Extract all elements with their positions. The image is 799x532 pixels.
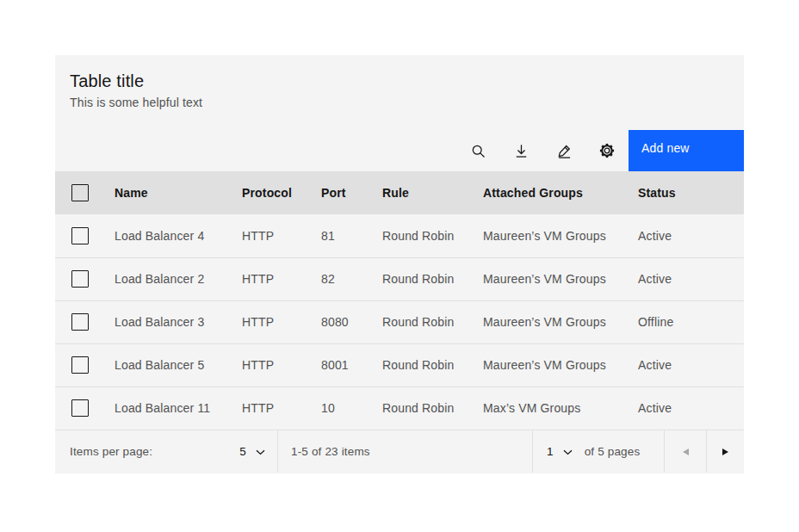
cell-protocol: HTTP [242, 387, 321, 430]
cell-status: Offline [638, 300, 744, 343]
cell-name: Load Balancer 5 [115, 343, 242, 387]
cell-rule: Round Robin [382, 343, 483, 387]
table-row: Load Balancer 3 HTTP 8080 Round Robin Ma… [55, 300, 744, 343]
data-table: Name Protocol Port Rule Attached Groups … [55, 171, 744, 430]
column-header-port[interactable]: Port [321, 171, 382, 214]
cell-status: Active [638, 214, 744, 257]
cell-port: 81 [321, 214, 382, 257]
table-title: Table title [70, 70, 744, 92]
cell-status: Active [638, 387, 744, 430]
cell-name: Load Balancer 4 [115, 214, 242, 257]
column-header-rule[interactable]: Rule [382, 171, 483, 214]
row-checkbox[interactable] [71, 270, 89, 288]
total-pages-label: of 5 pages [585, 445, 641, 458]
page-number-value: 1 [547, 445, 554, 458]
search-icon [471, 144, 486, 158]
chevron-down-icon [256, 445, 265, 458]
cell-name: Load Balancer 11 [115, 387, 242, 430]
cell-attached-groups: Maureen’s VM Groups [483, 257, 638, 300]
pagination-bar: Items per page: 5 1-5 of 23 items 1 [55, 430, 744, 473]
table-toolbar: Add new [55, 130, 744, 171]
table-row: Load Balancer 4 HTTP 81 Round Robin Maur… [55, 214, 744, 257]
cell-port: 8080 [321, 300, 382, 343]
items-per-page-value: 5 [239, 445, 246, 458]
cell-status: Active [638, 343, 744, 387]
caret-left-icon [683, 448, 689, 455]
row-checkbox[interactable] [71, 227, 89, 244]
next-page-button[interactable] [707, 430, 744, 473]
cell-rule: Round Robin [382, 214, 483, 257]
download-button[interactable] [499, 130, 542, 171]
cell-port: 82 [321, 257, 382, 300]
table-row: Load Balancer 5 HTTP 8001 Round Robin Ma… [55, 343, 744, 387]
previous-page-button[interactable] [665, 430, 706, 473]
cell-attached-groups: Max’s VM Groups [483, 387, 638, 430]
edit-button[interactable] [542, 130, 585, 171]
gear-icon [599, 143, 615, 158]
cell-rule: Round Robin [382, 387, 483, 430]
add-new-button[interactable]: Add new [629, 130, 744, 171]
settings-button[interactable] [585, 130, 629, 171]
cell-port: 8001 [321, 343, 382, 387]
cell-protocol: HTTP [242, 214, 321, 257]
select-all-checkbox[interactable] [71, 184, 89, 201]
item-range-text: 1-5 of 23 items [278, 430, 532, 473]
table-row: Load Balancer 11 HTTP 10 Round Robin Max… [55, 387, 744, 430]
cell-protocol: HTTP [242, 343, 321, 387]
column-header-attached-groups[interactable]: Attached Groups [483, 171, 638, 214]
cell-rule: Round Robin [382, 257, 483, 300]
cell-name: Load Balancer 3 [115, 300, 242, 343]
page-number-select[interactable]: 1 [542, 430, 578, 473]
items-per-page-section: Items per page: 5 [55, 430, 277, 473]
table-row: Load Balancer 2 HTTP 82 Round Robin Maur… [55, 257, 744, 300]
cell-name: Load Balancer 2 [115, 257, 242, 300]
items-per-page-select[interactable]: 5 [234, 430, 270, 473]
caret-right-icon [722, 448, 728, 455]
row-checkbox[interactable] [71, 399, 89, 417]
cell-status: Active [638, 257, 744, 300]
cell-attached-groups: Maureen’s VM Groups [483, 300, 638, 343]
cell-attached-groups: Maureen’s VM Groups [483, 343, 638, 387]
data-table-card: Table title This is some helpful text [55, 55, 744, 473]
cell-attached-groups: Maureen’s VM Groups [483, 214, 638, 257]
download-icon [514, 144, 529, 158]
edit-pencil-icon [557, 144, 572, 158]
table-header-row: Name Protocol Port Rule Attached Groups … [55, 171, 744, 214]
cell-rule: Round Robin [382, 300, 483, 343]
cell-protocol: HTTP [242, 300, 321, 343]
table-header-section: Table title This is some helpful text [55, 55, 744, 130]
search-button[interactable] [456, 130, 499, 171]
items-per-page-label: Items per page: [70, 445, 152, 458]
cell-protocol: HTTP [242, 257, 321, 300]
column-header-status[interactable]: Status [638, 171, 744, 214]
page-number-section: 1 of 5 pages [533, 430, 664, 473]
column-header-protocol[interactable]: Protocol [242, 171, 321, 214]
row-checkbox[interactable] [71, 356, 89, 374]
row-checkbox[interactable] [71, 313, 89, 331]
column-header-name[interactable]: Name [115, 171, 242, 214]
chevron-down-icon [563, 445, 573, 458]
cell-port: 10 [321, 387, 382, 430]
table-helper-text: This is some helpful text [70, 95, 744, 110]
